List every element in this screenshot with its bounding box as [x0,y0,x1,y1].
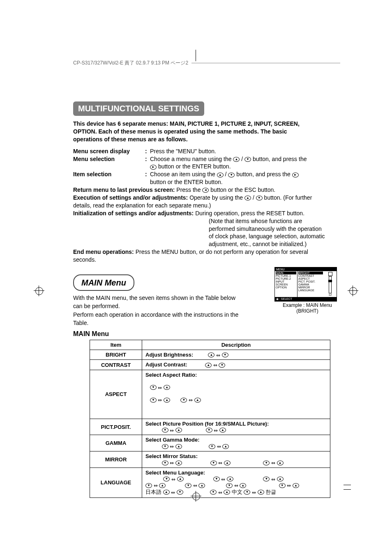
down-icon: ▼ [228,173,235,177]
op-return: Return menu to last previous screen: Pre… [73,186,328,194]
table-row: MIRROR Select Mirror Status: ▼ ⇔ ▲ ▼ ⇔ ▲… [90,451,330,468]
table-row: BRIGHT Adjust Brightness: ▲ ⇔ ▼ [90,350,330,360]
up-icon: ▲ [233,157,240,162]
table-row: CONTRAST Adjust Contrast: ▲ ⇔ ▼ [90,360,330,370]
main-menu-desc2: Perform each operation in accordance wit… [73,311,246,327]
table-row: GAMMA Select Gamma Mode: ▼ ⇔ ▲ ▼ ⇔ ▲ [90,435,330,451]
op-menu-selection: Menu selection : Choose a menu name usin… [73,155,328,171]
op-exec: Execution of settings and/or adjustments… [73,194,328,210]
op-end: End menu operations: Press the MENU butt… [73,248,328,264]
right-icon: ► [292,173,299,177]
table-row: PICT.POSIT. Select Picture Position (for… [90,419,330,435]
op-label: Menu selection [73,155,145,163]
example-caption: Example : MAIN Menu (BRIGHT) [274,302,340,314]
op-item-selection: Item selection : Choose an item using th… [73,170,328,186]
op-menu-display: Menu screen display : Press the "MENU" b… [73,147,328,155]
table-row: ASPECT Select Aspect Ratio: ▼ ⇔ ▲ ▼ ⇔ ▲ … [90,370,330,419]
th-desc: Description [142,340,330,350]
print-header: CP-S317/327W/Vol2-E 責了 02.9.7 9:13 PM ペー… [73,60,340,67]
op-body: Choose a menu name using the ▲ / ▼ butto… [150,155,328,171]
edge-marks [344,481,351,494]
up-icon: ▲ [217,173,224,177]
right-icon: ► [150,165,157,170]
header-slug: CP-S317/327W/Vol2-E 責了 02.9.7 9:13 PM ペー… [73,60,188,67]
op-label: Menu screen display [73,147,145,155]
th-item: Item [90,340,142,350]
down-icon: ▼ [244,157,251,162]
menu-example: MENU MAIN PICTURE-1 PICTURE-2 INPUT SCRE… [274,267,337,302]
op-label: Item selection [73,170,145,178]
table-row: LANGUAGE Select Menu Language: ▼ ⇔ ▲ ▼ ⇔… [90,467,330,497]
main-menu-desc1: With the MAIN menu, the seven items show… [73,294,246,310]
left-icon: ◄ [202,188,209,193]
crop-mark [348,286,358,296]
crop-mark [34,286,44,296]
down-icon: ▼ [256,196,263,200]
op-body: Choose an item using the ▲ / ▼ button, a… [150,170,328,186]
main-menu-table: Item Description BRIGHT Adjust Brightnes… [90,340,330,498]
op-init: Initialization of settings and/or adjust… [73,210,328,248]
operations-block: Menu screen display : Press the "MENU" b… [73,147,328,264]
page-content: CP-S317/327W/Vol2-E 責了 02.9.7 9:13 PM ペー… [73,60,340,498]
main-menu-pill: MAIN Menu [73,274,134,291]
table-title: MAIN Menu [73,329,246,339]
section-title: MULTIFUNCTIONAL SETTINGS [73,101,204,116]
up-icon: ▲ [244,196,251,200]
op-body: Press the "MENU" button. [150,147,328,155]
intro-paragraph: This device has 6 separate menus: MAIN, … [73,120,307,143]
